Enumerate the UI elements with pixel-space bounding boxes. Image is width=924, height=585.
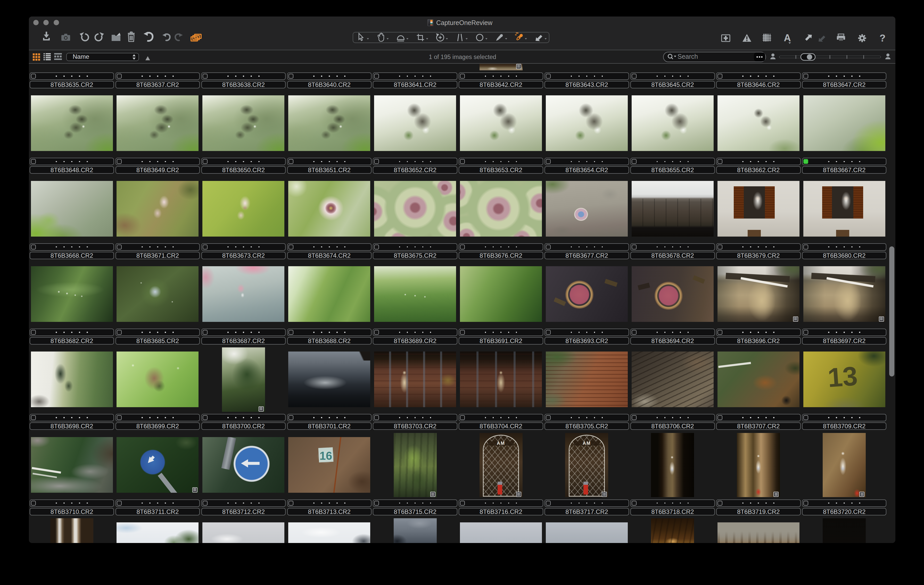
svg-text:?: ? [879, 33, 885, 44]
svg-text:A: A [784, 33, 791, 43]
svg-text:Name: Name [73, 53, 89, 60]
svg-text:1 of 195 images selected: 1 of 195 images selected [429, 54, 496, 60]
svg-text:Search: Search [678, 53, 698, 60]
